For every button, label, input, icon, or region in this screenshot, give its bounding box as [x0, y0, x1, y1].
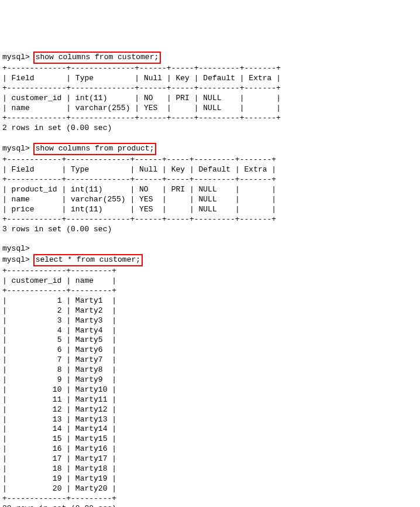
table-row: | 10 | Marty10 | — [2, 385, 116, 394]
table-row: | price | int(11) | YES | | NULL | | — [2, 205, 276, 214]
table-header-row: | Field | Type | Null | Key | Default | … — [2, 165, 276, 174]
table-row: | product_id | int(11) | NO | PRI | NULL… — [2, 185, 276, 194]
prompt: mysql> — [2, 244, 30, 253]
table-row: | 19 | Marty19 | — [2, 474, 116, 483]
table-border: +------------+--------------+------+----… — [2, 215, 276, 224]
sql-command-select-customer: select * from customer; — [33, 254, 143, 266]
prompt: mysql> — [2, 255, 30, 264]
table-row: | 8 | Marty8 | — [2, 365, 116, 374]
table-row: | 9 | Marty9 | — [2, 375, 116, 384]
table-row: | 15 | Marty15 | — [2, 434, 116, 443]
table-border: +-------------+--------------+------+---… — [2, 64, 281, 73]
table-row: | 2 | Marty2 | — [2, 306, 116, 315]
table-row: | 16 | Marty16 | — [2, 444, 116, 453]
table-row: | 4 | Marty4 | — [2, 326, 116, 335]
table-row: | 6 | Marty6 | — [2, 345, 116, 354]
table-header-row: | customer_id | name | — [2, 276, 116, 285]
table-row: | name | varchar(255) | YES | | NULL | | — [2, 195, 276, 204]
terminal-output: mysql> show columns from customer; +----… — [2, 42, 418, 507]
table-border: +-------------+--------------+------+---… — [2, 114, 281, 122]
sql-command-show-columns-product: show columns from product; — [33, 143, 157, 155]
table-row: | name | varchar(255) | YES | | NULL | | — [2, 104, 281, 112]
table-border: +-------------+---------+ — [2, 286, 116, 295]
table-border: +-------------+---------+ — [2, 494, 116, 503]
result-footer: 2 rows in set (0.00 sec) — [2, 124, 112, 132]
table-row: | 18 | Marty18 | — [2, 464, 116, 473]
sql-command-show-columns-customer: show columns from customer; — [33, 52, 161, 64]
table-row: | customer_id | int(11) | NO | PRI | NUL… — [2, 94, 281, 102]
table-row: | 17 | Marty17 | — [2, 454, 116, 463]
table-row: | 12 | Marty12 | — [2, 405, 116, 414]
table-row: | 14 | Marty14 | — [2, 424, 116, 433]
table-header-row: | Field | Type | Null | Key | Default | … — [2, 74, 281, 83]
table-row: | 5 | Marty5 | — [2, 335, 116, 344]
table-border: +------------+--------------+------+----… — [2, 175, 276, 184]
table-row: | 7 | Marty7 | — [2, 355, 116, 364]
table-row: | 13 | Marty13 | — [2, 415, 116, 424]
table-border: +-------------+---------+ — [2, 266, 116, 275]
result-footer: 3 rows in set (0.00 sec) — [2, 225, 112, 234]
table-border: +------------+--------------+------+----… — [2, 155, 276, 164]
prompt: mysql> — [2, 144, 30, 153]
prompt: mysql> — [2, 53, 30, 61]
table-row: | 1 | Marty1 | — [2, 296, 116, 305]
table-row: | 11 | Marty11 | — [2, 395, 116, 404]
table-row: | 3 | Marty3 | — [2, 316, 116, 325]
table-border: +-------------+--------------+------+---… — [2, 84, 281, 93]
table-row: | 20 | Marty20 | — [2, 484, 116, 493]
result-footer: 20 rows in set (0.00 sec) — [2, 504, 116, 507]
